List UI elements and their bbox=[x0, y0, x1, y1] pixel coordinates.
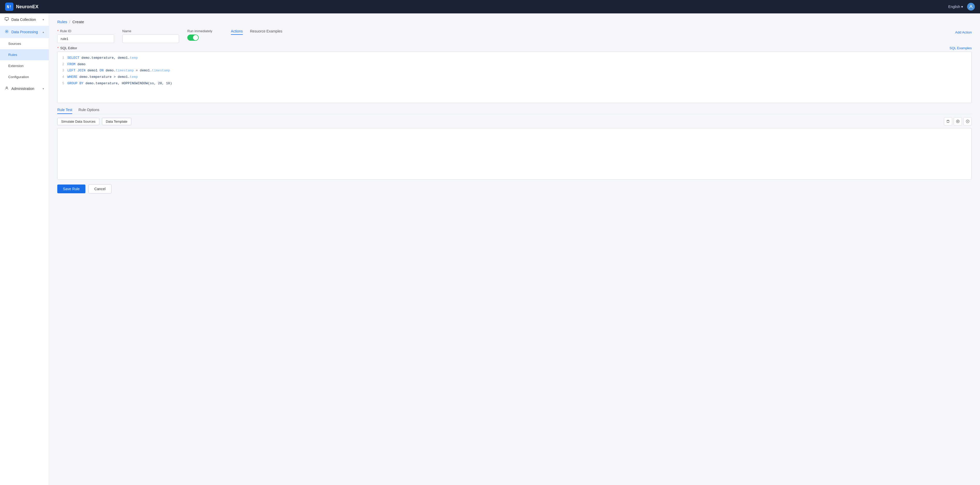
top-form-section: * Rule ID Name Run immediately bbox=[57, 29, 972, 43]
bottom-tabs: Rule Test Rule Options bbox=[57, 108, 972, 114]
topbar: N! NeuronEX English ▾ bbox=[0, 0, 980, 13]
sidebar-extension-label: Extension bbox=[8, 64, 24, 68]
toolbar-right-icons bbox=[944, 117, 972, 125]
kw-group-by: GROUP BY bbox=[67, 81, 83, 87]
administration-icon bbox=[5, 86, 9, 91]
svg-point-5 bbox=[6, 87, 7, 88]
btab-rule-options[interactable]: Rule Options bbox=[78, 108, 99, 114]
toggle-knob bbox=[193, 35, 198, 40]
rule-test-output bbox=[57, 128, 972, 180]
main-content: Rules / Create * Rule ID Name Run immedi… bbox=[49, 13, 980, 485]
sidebar-item-label: Data Collection bbox=[11, 17, 36, 22]
svg-point-6 bbox=[956, 120, 959, 123]
clear-icon bbox=[946, 120, 950, 123]
kw-left-join: LEFT JOIN bbox=[67, 68, 86, 74]
add-action-button[interactable]: Add Action bbox=[955, 30, 972, 34]
chevron-down-icon: ▾ bbox=[961, 5, 963, 9]
sql-line-4: WHERE demo.temperature > demo1. temp bbox=[67, 74, 972, 81]
sql-examples-link[interactable]: SQL Examples bbox=[950, 46, 972, 50]
action-tabs-row: Actions Resuorce Examples Add Action bbox=[231, 29, 972, 35]
action-tabs: Actions Resuorce Examples bbox=[231, 29, 955, 35]
svg-text:N!: N! bbox=[7, 5, 12, 9]
data-collection-icon bbox=[5, 17, 9, 22]
sidebar-item-rules[interactable]: Rules bbox=[0, 49, 49, 60]
tab-actions[interactable]: Actions bbox=[231, 29, 243, 35]
sidebar: Data Collection ▾ Data Processing ▴ Sour… bbox=[0, 13, 49, 485]
sql-line-3: LEFT JOIN demo1 ON demo. timestamp = dem… bbox=[67, 68, 972, 74]
line-numbers: 1 2 3 4 5 bbox=[57, 55, 67, 87]
play-icon bbox=[966, 120, 969, 123]
btab-rule-test[interactable]: Rule Test bbox=[57, 108, 72, 114]
brand-logo: N! NeuronEX bbox=[5, 3, 38, 11]
name-label: Name bbox=[122, 29, 179, 33]
run-immediately-toggle[interactable] bbox=[187, 35, 199, 41]
sql-editor-inner: 1 2 3 4 5 SELECT demo.temperature, demo1… bbox=[57, 52, 972, 90]
svg-point-2 bbox=[970, 5, 972, 7]
run-immediately-toggle-wrap: Run immediately bbox=[187, 29, 212, 41]
sql-editor-label: * SQL Editor SQL Examples bbox=[57, 46, 972, 50]
svg-rect-7 bbox=[957, 121, 958, 122]
sidebar-item-administration[interactable]: Administration ▾ bbox=[0, 82, 49, 95]
svg-marker-9 bbox=[967, 121, 968, 122]
cancel-button[interactable]: Cancel bbox=[89, 184, 112, 193]
neuronex-logo-icon: N! bbox=[5, 3, 13, 11]
data-template-button[interactable]: Data Template bbox=[102, 118, 131, 125]
simulate-data-sources-button[interactable]: Simulate Data Sources bbox=[57, 118, 99, 125]
stop-icon-button[interactable] bbox=[954, 117, 962, 125]
chevron-down-icon: ▾ bbox=[43, 18, 44, 21]
rule-id-input[interactable] bbox=[57, 35, 114, 43]
sql-editor-section: * SQL Editor SQL Examples 1 2 3 4 5 SELE… bbox=[57, 46, 972, 103]
sidebar-item-configuration[interactable]: Configuration bbox=[0, 71, 49, 82]
kw-select: SELECT bbox=[67, 55, 80, 61]
chevron-up-icon: ▴ bbox=[43, 30, 44, 34]
chevron-down-icon: ▾ bbox=[43, 87, 44, 90]
sidebar-item-label: Administration bbox=[11, 87, 34, 91]
name-field: Name bbox=[122, 29, 179, 43]
breadcrumb: Rules / Create bbox=[57, 20, 972, 24]
breadcrumb-separator: / bbox=[69, 20, 70, 24]
topbar-right: English ▾ bbox=[948, 3, 975, 11]
kw-where: WHERE bbox=[67, 74, 77, 81]
clear-icon-button[interactable] bbox=[944, 117, 952, 125]
breadcrumb-current: Create bbox=[73, 20, 84, 24]
sql-required-star: * bbox=[57, 46, 59, 50]
rule-id-field: * Rule ID bbox=[57, 29, 114, 43]
rule-id-required-star: * bbox=[57, 29, 59, 33]
play-icon-button[interactable] bbox=[964, 117, 972, 125]
kw-on: ON bbox=[100, 68, 104, 74]
rule-test-toolbar: Simulate Data Sources Data Template bbox=[57, 117, 972, 125]
footer-buttons: Save Rule Cancel bbox=[57, 184, 972, 193]
sidebar-configuration-label: Configuration bbox=[8, 75, 29, 79]
stop-icon bbox=[956, 120, 959, 123]
language-label: English bbox=[948, 5, 960, 9]
sidebar-item-sources[interactable]: Sources bbox=[0, 38, 49, 49]
sql-line-1: SELECT demo.temperature, demo1. temp bbox=[67, 55, 972, 61]
sidebar-sources-label: Sources bbox=[8, 42, 21, 46]
name-input[interactable] bbox=[122, 35, 179, 43]
data-processing-icon bbox=[5, 29, 9, 35]
svg-rect-3 bbox=[5, 17, 8, 20]
sql-line-2: FROM demo bbox=[67, 61, 972, 68]
sidebar-item-label: Data Processing bbox=[11, 30, 38, 34]
sql-content: SELECT demo.temperature, demo1. temp FRO… bbox=[67, 55, 972, 87]
sidebar-item-extension[interactable]: Extension bbox=[0, 60, 49, 71]
sql-line-5: GROUP BY demo.temperature, HOPPINGWINDOW… bbox=[67, 81, 972, 87]
actions-section: Actions Resuorce Examples Add Action bbox=[231, 29, 972, 35]
sql-editor[interactable]: 1 2 3 4 5 SELECT demo.temperature, demo1… bbox=[57, 52, 972, 103]
language-selector[interactable]: English ▾ bbox=[948, 5, 963, 9]
sidebar-item-data-processing[interactable]: Data Processing ▴ bbox=[0, 26, 49, 38]
svg-point-4 bbox=[6, 31, 7, 32]
run-immediately-label: Run immediately bbox=[187, 29, 212, 33]
brand-name: NeuronEX bbox=[16, 4, 38, 10]
tab-resource-examples[interactable]: Resuorce Examples bbox=[250, 29, 282, 35]
sidebar-rules-label: Rules bbox=[8, 53, 17, 57]
user-avatar[interactable] bbox=[967, 3, 975, 11]
app-body: Data Collection ▾ Data Processing ▴ Sour… bbox=[0, 13, 980, 485]
rule-id-label: * Rule ID bbox=[57, 29, 114, 33]
save-rule-button[interactable]: Save Rule bbox=[57, 184, 86, 193]
kw-from: FROM bbox=[67, 61, 75, 68]
breadcrumb-rules-link[interactable]: Rules bbox=[57, 20, 67, 24]
sidebar-item-data-collection[interactable]: Data Collection ▾ bbox=[0, 13, 49, 26]
